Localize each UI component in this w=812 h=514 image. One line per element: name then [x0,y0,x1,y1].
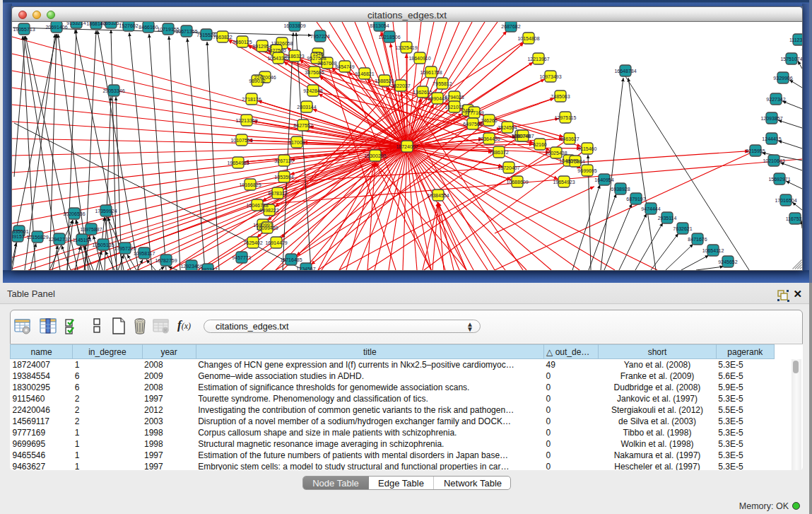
svg-text:3267130: 3267130 [274,158,293,163]
svg-text:9115460: 9115460 [578,146,597,151]
svg-text:1167533: 1167533 [786,216,802,221]
svg-text:1640954: 1640954 [594,177,613,182]
svg-text:10958117: 10958117 [134,251,155,256]
svg-text:1234567: 1234567 [296,267,315,271]
svg-text:1527602: 1527602 [119,23,138,28]
svg-text:9153214: 9153214 [66,22,86,25]
svg-text:17016504: 17016504 [775,198,796,203]
svg-text:19384554: 19384554 [427,193,449,198]
svg-text:9146821: 9146821 [355,71,374,76]
svg-text:12505135: 12505135 [92,243,114,247]
svg-text:12093857: 12093857 [760,116,782,121]
svg-text:989012: 989012 [249,78,265,83]
svg-text:16782759: 16782759 [155,258,177,263]
svg-text:29053346: 29053346 [102,88,124,93]
svg-text:18724007: 18724007 [396,144,418,149]
svg-text:10688609: 10688609 [506,180,528,185]
svg-text:16961758: 16961758 [420,70,442,75]
svg-text:10654112: 10654112 [702,248,724,253]
svg-text:3824554: 3824554 [498,125,517,130]
svg-text:1244415: 1244415 [762,136,781,141]
svg-text:10154808: 10154808 [517,36,539,41]
svg-text:2867608: 2867608 [317,61,336,66]
svg-text:1335001: 1335001 [12,229,29,234]
svg-text:7632621: 7632621 [673,226,692,231]
svg-text:8454749: 8454749 [335,64,354,69]
svg-text:13975887: 13975887 [80,227,102,232]
svg-text:16914479: 16914479 [265,240,287,245]
svg-text:6794028: 6794028 [445,95,464,100]
svg-text:12942737: 12942737 [48,237,70,242]
svg-text:13226058: 13226058 [271,41,293,46]
svg-text:3875685: 3875685 [305,70,324,75]
svg-text:13325419: 13325419 [395,45,417,50]
svg-text:6497568: 6497568 [463,122,482,127]
svg-text:20206536: 20206536 [63,211,85,216]
svg-text:9245652: 9245652 [718,259,737,264]
svg-text:7886372: 7886372 [489,150,508,155]
svg-text:10046738: 10046738 [246,203,268,208]
svg-text:12213369: 12213369 [235,118,257,123]
svg-text:18640910: 18640910 [408,56,430,61]
svg-text:6879197: 6879197 [626,197,645,201]
svg-text:19654985: 19654985 [227,160,249,165]
svg-text:3822037: 3822037 [391,83,410,88]
svg-text:2718176: 2718176 [242,97,261,102]
svg-text:1145194: 1145194 [73,238,92,243]
svg-text:7955812: 7955812 [433,81,452,86]
svg-text:1362615: 1362615 [413,90,432,95]
svg-text:12156829: 12156829 [26,235,48,240]
svg-text:2803144: 2803144 [297,105,316,110]
svg-text:9474444: 9474444 [641,206,660,211]
svg-text:15692971: 15692971 [768,177,790,182]
svg-text:19166825: 19166825 [239,182,261,187]
svg-text:7957224: 7957224 [310,34,329,39]
svg-text:19218506: 19218506 [378,35,400,40]
svg-text:7485063: 7485063 [551,94,570,99]
svg-text:6938928: 6938928 [611,187,630,192]
svg-text:117004: 117004 [289,140,305,145]
svg-text:746266: 746266 [481,118,497,123]
svg-text:10543362: 10543362 [267,56,289,61]
svg-text:10973493: 10973493 [539,74,561,79]
svg-text:16099489: 16099489 [256,226,278,230]
svg-text:39157: 39157 [12,234,25,239]
svg-text:62160: 62160 [533,142,547,147]
svg-text:9498222: 9498222 [259,208,278,213]
svg-text:2935114: 2935114 [658,216,677,221]
svg-text:15751074: 15751074 [780,57,802,62]
svg-text:8427552: 8427552 [293,123,312,128]
svg-text:1588520: 1588520 [375,78,394,83]
svg-text:15720407: 15720407 [498,165,519,170]
svg-text:19654923: 19654923 [553,180,575,185]
svg-text:12213967: 12213967 [527,57,549,62]
svg-text:1621072: 1621072 [445,105,464,110]
svg-text:9699695: 9699695 [577,168,596,173]
svg-text:1112345: 1112345 [789,37,802,42]
svg-text:8878312: 8878312 [268,191,287,196]
svg-text:9457771: 9457771 [232,255,251,260]
svg-text:9327500: 9327500 [266,48,286,53]
svg-text:20691406: 20691406 [45,25,67,30]
svg-text:7625402: 7625402 [243,240,262,245]
svg-text:9777169: 9777169 [464,110,483,115]
svg-text:8215955: 8215955 [746,148,765,153]
svg-text:2687682: 2687682 [501,24,520,29]
svg-text:12975115: 12975115 [555,115,577,120]
svg-text:17957225: 17957225 [114,246,136,251]
svg-text:10025438: 10025438 [545,151,567,156]
svg-text:16033809: 16033809 [283,23,305,28]
svg-text:9527508: 9527508 [307,56,326,61]
svg-text:8813054: 8813054 [370,23,389,28]
svg-text:8471676: 8471676 [688,237,707,242]
svg-text:1353594: 1353594 [274,175,293,180]
svg-text:9860125: 9860125 [233,40,252,45]
svg-text:18300295: 18300295 [364,153,386,158]
svg-text:16648784: 16648784 [614,69,636,74]
svg-text:9242848: 9242848 [303,88,322,93]
svg-text:9227342: 9227342 [766,97,785,102]
svg-text:15716485: 15716485 [280,257,302,262]
svg-text:19055713: 19055713 [13,27,35,32]
svg-text:9463627: 9463627 [560,136,579,141]
svg-text:9329906: 9329906 [773,76,792,81]
